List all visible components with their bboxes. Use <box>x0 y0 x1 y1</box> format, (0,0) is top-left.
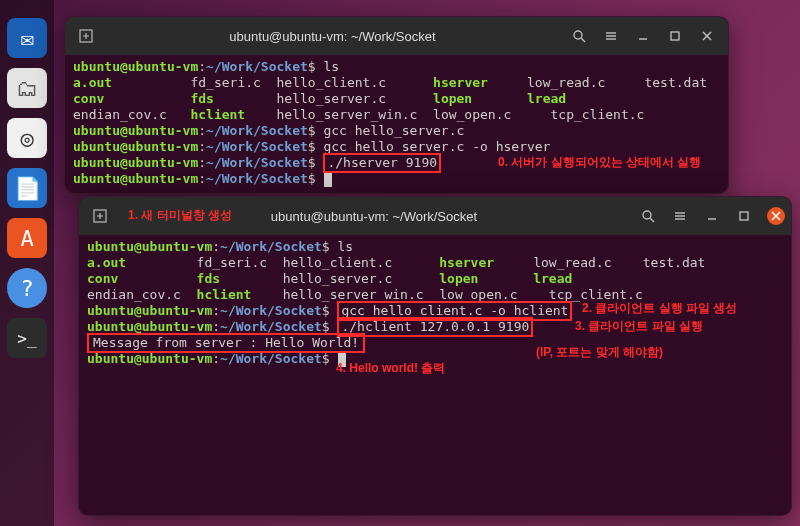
titlebar[interactable]: ubuntu@ubuntu-vm: ~/Work/Socket <box>65 17 728 55</box>
cmd-gcc-client: gcc hello_client.c -o hclient <box>341 303 568 318</box>
ls-item: fds <box>197 271 220 286</box>
svg-point-15 <box>643 211 651 219</box>
ls-item: test.dat <box>644 75 707 90</box>
annotation-4: 4. Hello world! 출력 <box>336 360 445 377</box>
annotation-0: 0. 서버가 실행되어있는 상태에서 실행 <box>498 154 701 171</box>
maximize-button[interactable] <box>660 23 690 49</box>
ls-item: low_read.c <box>527 75 605 90</box>
ls-item: a.out <box>73 75 112 90</box>
ls-item: low_read.c <box>533 255 611 270</box>
highlight-run-server: ./hserver 9190 <box>323 153 441 173</box>
ls-item: endian_cov.c <box>87 287 181 302</box>
annotation-2: 2. 클라이언트 실행 파일 생성 <box>582 300 737 317</box>
search-button[interactable] <box>633 203 663 229</box>
ls-item: hserver <box>433 75 488 90</box>
ubuntu-dock: ✉ 🗂 ◎ 📄 A ? >_ <box>0 0 54 526</box>
prompt-user: ubuntu@ubuntu-vm <box>87 239 212 254</box>
dock-files-icon[interactable]: 🗂 <box>7 68 47 108</box>
cmd-gcc-server-o: gcc hello_server.c -o hserver <box>323 139 550 154</box>
ls-item: tcp_client.c <box>550 107 644 122</box>
ls-item: fd_seri.c <box>190 75 260 90</box>
svg-rect-21 <box>740 212 748 220</box>
ls-item: test.dat <box>643 255 706 270</box>
ls-item: hello_server_win.c <box>283 287 424 302</box>
ls-item: hello_server.c <box>283 271 393 286</box>
ls-item: fds <box>190 91 213 106</box>
ls-item: lread <box>527 91 566 106</box>
maximize-button[interactable] <box>729 203 759 229</box>
prompt-path: ~/Work/Socket <box>206 59 308 74</box>
ls-item: hclient <box>197 287 252 302</box>
ls-item: low_open.c <box>439 287 517 302</box>
cmd-ls: ls <box>337 239 353 254</box>
ls-item: a.out <box>87 255 126 270</box>
close-button[interactable] <box>767 207 785 225</box>
minimize-button[interactable] <box>628 23 658 49</box>
terminal-window-client[interactable]: ubuntu@ubuntu-vm: ~/Work/Socket ubuntu@u… <box>78 196 792 516</box>
highlight-output: Message from server : Hello World! <box>87 333 365 353</box>
new-tab-button[interactable] <box>71 23 101 49</box>
dock-software-icon[interactable]: A <box>7 218 47 258</box>
ls-item: lopen <box>439 271 478 286</box>
dock-terminal-icon[interactable]: >_ <box>7 318 47 358</box>
ls-item: hello_server_win.c <box>277 107 418 122</box>
minimize-button[interactable] <box>697 203 727 229</box>
close-button[interactable] <box>692 23 722 49</box>
cmd-run-hclient: ./hclient 127.0.0.1 9190 <box>341 319 529 334</box>
dock-rhythmbox-icon[interactable]: ◎ <box>7 118 47 158</box>
cmd-gcc-server: gcc hello_server.c <box>323 123 464 138</box>
ls-item: lopen <box>433 91 472 106</box>
ls-item: hclient <box>190 107 245 122</box>
dock-help-icon[interactable]: ? <box>7 268 47 308</box>
ls-item: hello_server.c <box>277 91 387 106</box>
ls-item: conv <box>73 91 104 106</box>
prompt-path: ~/Work/Socket <box>220 239 322 254</box>
annotation-3b: (IP, 포트는 맞게 해야함) <box>536 344 663 361</box>
svg-point-3 <box>574 31 582 39</box>
highlight-run-client: ./hclient 127.0.0.1 9190 <box>337 317 533 337</box>
cursor <box>324 173 332 187</box>
window-title: ubuntu@ubuntu-vm: ~/Work/Socket <box>101 29 564 44</box>
server-output: Message from server : Hello World! <box>93 335 359 350</box>
ls-item: hello_client.c <box>283 255 393 270</box>
ls-item: hello_client.c <box>277 75 387 90</box>
menu-button[interactable] <box>596 23 626 49</box>
cmd-ls: ls <box>323 59 339 74</box>
annotation-3: 3. 클라이언트 파일 실행 <box>575 318 703 335</box>
new-tab-button[interactable] <box>85 203 115 229</box>
search-button[interactable] <box>564 23 594 49</box>
ls-item: conv <box>87 271 118 286</box>
dock-thunderbird-icon[interactable]: ✉ <box>7 18 47 58</box>
svg-line-16 <box>650 218 654 222</box>
cmd-run-hserver: ./hserver 9190 <box>327 155 437 170</box>
dock-writer-icon[interactable]: 📄 <box>7 168 47 208</box>
ls-item: endian_cov.c <box>73 107 167 122</box>
svg-rect-9 <box>671 32 679 40</box>
ls-item: low_open.c <box>433 107 511 122</box>
ls-item: hserver <box>439 255 494 270</box>
svg-line-4 <box>581 38 585 42</box>
menu-button[interactable] <box>665 203 695 229</box>
annotation-1: 1. 새 터미널창 생성 <box>128 207 232 224</box>
ls-item: fd_seri.c <box>197 255 267 270</box>
prompt-user: ubuntu@ubuntu-vm <box>73 59 198 74</box>
ls-item: lread <box>533 271 572 286</box>
